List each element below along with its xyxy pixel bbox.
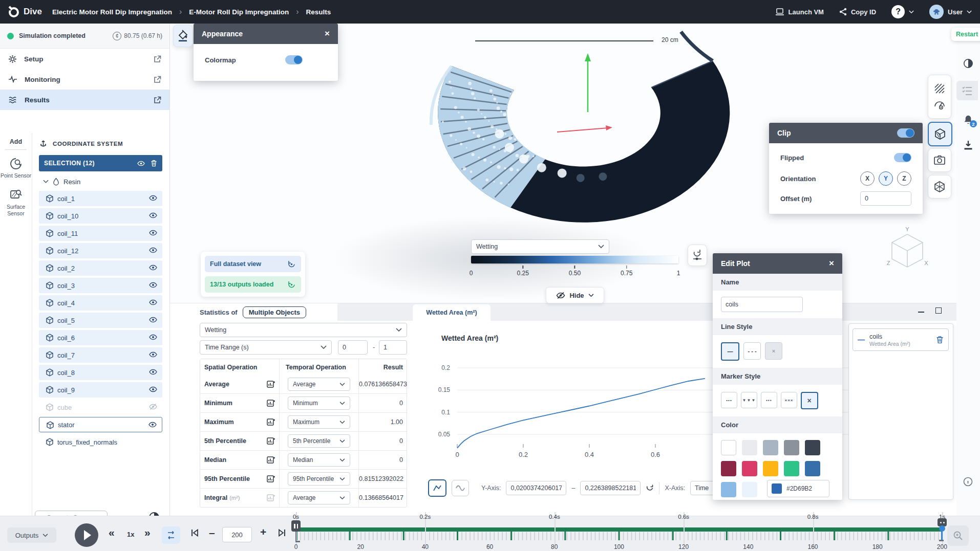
time-range-select[interactable]: Time Range (s) <box>200 340 332 355</box>
screenshot-button[interactable] <box>928 148 951 172</box>
eye-icon[interactable] <box>149 351 157 358</box>
orientation-cube[interactable]: Y X Z <box>886 226 929 277</box>
color-swatch[interactable] <box>721 461 736 476</box>
user-menu[interactable]: User <box>929 5 972 19</box>
colormap-field-select[interactable]: Wetting <box>471 239 609 254</box>
tree-item[interactable]: coil_3 <box>39 278 162 293</box>
external-link-icon[interactable] <box>154 76 161 83</box>
add-to-plot-icon[interactable] <box>267 456 275 464</box>
eye-icon[interactable] <box>149 334 157 341</box>
colormap-settings-button[interactable] <box>688 245 707 266</box>
info-icon[interactable] <box>963 477 973 487</box>
tree-item[interactable]: coil_8 <box>39 365 162 380</box>
eye-icon[interactable] <box>149 299 157 306</box>
speed-up-icon[interactable]: » <box>144 526 151 539</box>
add-to-plot-icon[interactable] <box>267 494 275 502</box>
line-style-button[interactable]: × <box>765 342 782 360</box>
eye-icon[interactable] <box>149 316 157 323</box>
linear-scale-button[interactable] <box>428 479 446 497</box>
tree-group-resin[interactable]: Resin <box>32 174 169 189</box>
add-point-sensor-button[interactable]: Point Sensor <box>0 157 32 179</box>
selection-header[interactable]: SELECTION (12) <box>39 155 162 171</box>
tree-item[interactable]: coil_4 <box>39 295 162 311</box>
tree-item[interactable]: stator <box>39 417 162 432</box>
temporal-operation-select[interactable]: Median <box>288 453 350 467</box>
breadcrumb-simulation[interactable]: E-Motor Roll Dip Impregnation <box>189 8 289 16</box>
tree-item[interactable]: coil_2 <box>39 260 162 276</box>
timeline-zoom-button[interactable] <box>947 525 969 546</box>
checklist-tool-button[interactable] <box>956 81 978 100</box>
color-swatch[interactable] <box>763 440 778 455</box>
eye-icon[interactable] <box>148 421 157 428</box>
play-button[interactable] <box>75 523 98 547</box>
color-swatch[interactable] <box>742 461 757 476</box>
line-style-button[interactable]: — <box>721 342 739 361</box>
add-surface-sensor-button[interactable]: Surface Sensor <box>0 188 32 217</box>
marker-style-button[interactable]: ▪▪▪ <box>761 392 777 408</box>
full-dataset-view-badge[interactable]: Full dataset view <box>205 256 301 272</box>
clip-tool-button[interactable] <box>928 122 952 146</box>
increase-steps-icon[interactable]: + <box>260 526 266 538</box>
tree-item[interactable]: coil_1 <box>39 191 162 206</box>
hide-colormap-button[interactable]: Hide <box>546 287 604 303</box>
eye-icon[interactable] <box>149 212 157 219</box>
add-to-plot-icon[interactable] <box>267 380 275 388</box>
log-scale-button[interactable] <box>452 480 469 496</box>
tree-item[interactable]: cube <box>39 400 162 415</box>
breadcrumb-project[interactable]: Electric Motor Roll Dip Impregnation <box>52 8 172 16</box>
add-to-plot-icon[interactable] <box>267 437 275 445</box>
eye-icon[interactable] <box>149 386 157 393</box>
color-swatch[interactable] <box>721 482 736 497</box>
restart-button[interactable]: Restart <box>951 28 980 41</box>
eye-icon[interactable] <box>149 368 157 376</box>
outputs-dropdown[interactable]: Outputs <box>7 527 56 543</box>
speed-down-icon[interactable]: « <box>109 526 115 539</box>
loop-button[interactable] <box>162 526 180 544</box>
coordinate-system-item[interactable]: COORDINATE SYSTEM <box>32 133 169 153</box>
color-swatch[interactable] <box>721 440 736 455</box>
tree-item[interactable]: coil_5 <box>39 313 162 328</box>
eye-off-icon[interactable] <box>149 403 157 410</box>
line-style-button[interactable]: - - - <box>743 342 761 360</box>
eye-icon[interactable] <box>149 229 157 236</box>
marker-style-button[interactable]: ××× <box>781 392 797 408</box>
eye-icon[interactable] <box>149 194 157 202</box>
sidebar-item-setup[interactable]: Setup <box>0 49 169 69</box>
skip-to-end-button[interactable] <box>278 528 286 537</box>
motor-3d-model[interactable] <box>420 26 748 230</box>
marker-style-button[interactable]: ▼▼▼ <box>741 392 757 408</box>
color-swatch[interactable] <box>763 461 778 476</box>
temporal-operation-select[interactable]: 95th Percentile <box>288 472 350 486</box>
close-icon[interactable]: × <box>829 258 834 269</box>
time-from-input[interactable] <box>338 340 368 355</box>
color-swatch[interactable] <box>784 440 799 455</box>
plot-name-input[interactable] <box>721 297 803 312</box>
trash-icon[interactable] <box>151 160 157 167</box>
tree-item[interactable]: coil_11 <box>39 226 162 241</box>
timeline-ticks[interactable] <box>296 527 942 541</box>
hatch-mesh-icon[interactable] <box>934 83 945 94</box>
help-menu[interactable]: ? <box>891 5 914 18</box>
notifications-button[interactable]: 2 <box>963 115 973 125</box>
colormap-toggle[interactable] <box>285 55 303 64</box>
temporal-operation-select[interactable]: 5th Percentile <box>288 434 350 448</box>
external-link-icon[interactable] <box>154 96 161 104</box>
color-swatch[interactable] <box>742 440 757 455</box>
tree-item[interactable]: coil_6 <box>39 330 162 345</box>
scope-button[interactable]: Multiple Objects <box>243 306 306 318</box>
flipped-toggle[interactable] <box>894 153 911 162</box>
sidebar-item-monitoring[interactable]: Monitoring <box>0 69 169 90</box>
add-to-plot-icon[interactable] <box>267 399 275 407</box>
copy-id-button[interactable]: Copy ID <box>839 8 876 16</box>
playhead-scrubber[interactable] <box>291 520 301 542</box>
render-mode-button[interactable] <box>928 175 951 199</box>
color-swatch[interactable] <box>805 461 820 476</box>
tree-item[interactable]: torus_fixed_normals <box>39 434 162 450</box>
range-end-scrubber[interactable] <box>938 518 947 541</box>
tree-item[interactable]: coil_7 <box>39 347 162 363</box>
launch-vm-button[interactable]: Launch VM <box>775 8 824 16</box>
decrease-steps-icon[interactable]: – <box>209 526 215 539</box>
minimize-icon[interactable] <box>918 307 924 313</box>
y-max-input[interactable] <box>580 481 641 495</box>
maximize-icon[interactable] <box>935 307 942 314</box>
